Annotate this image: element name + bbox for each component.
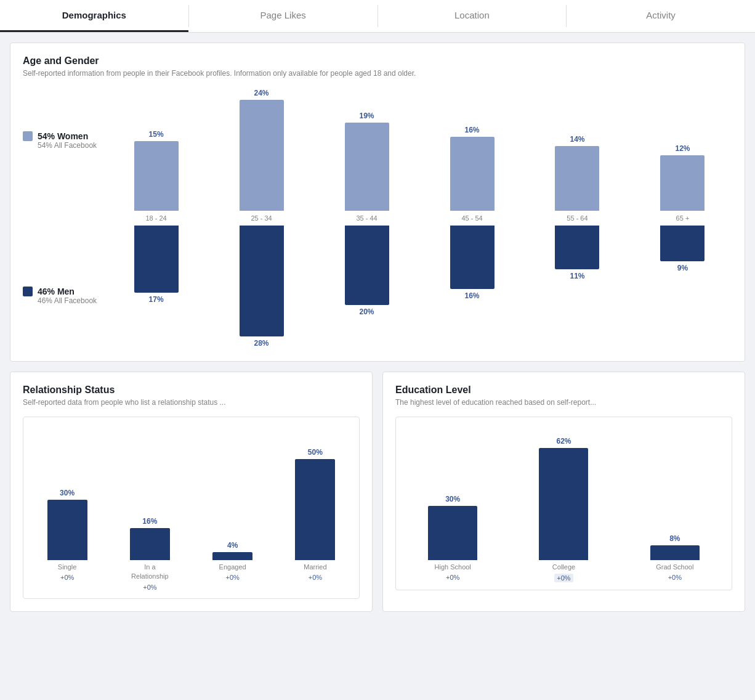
women-bar-outer-0 xyxy=(134,141,179,211)
bar-outer-1 xyxy=(539,448,588,560)
legend-women-label: 54% Women xyxy=(23,131,97,141)
bar-group-3: 50% xyxy=(279,448,352,560)
women-pct-label-2: 19% xyxy=(360,112,374,120)
label-group-1: In a Relationship+0% xyxy=(113,563,186,591)
pct-label-2: 4% xyxy=(227,541,238,550)
age-label-5: 65 + xyxy=(676,211,690,226)
men-main-bar-4 xyxy=(555,226,599,269)
men-bar-outer-4 xyxy=(555,226,599,269)
women-bar-outer-5 xyxy=(660,155,705,211)
bar-label-1: In a Relationship xyxy=(131,563,169,582)
men-bar-section-4: 11% xyxy=(555,226,599,349)
pct-label-1: 62% xyxy=(556,437,571,446)
bar-label-2: Grad School xyxy=(656,563,693,572)
bar-label-0: High School xyxy=(435,563,471,572)
main-bar-0 xyxy=(428,506,477,560)
bar-outer-0 xyxy=(428,506,477,560)
men-swatch xyxy=(23,287,33,296)
women-bar-outer-3 xyxy=(450,137,495,211)
legend-women-sub: 54% All Facebook xyxy=(38,141,97,150)
legend-column: 54% Women 54% All Facebook 46% Men 46% A… xyxy=(23,88,97,349)
age-label-2: 35 - 44 xyxy=(356,211,377,226)
women-bar-section-2: 19% xyxy=(345,88,389,211)
tabs-bar: Demographics Page Likes Location Activit… xyxy=(0,0,755,33)
education-subtitle: The highest level of education reached b… xyxy=(395,398,732,407)
bar-change-2: +0% xyxy=(668,574,682,581)
women-bar-outer-4 xyxy=(555,146,599,211)
page-container: Demographics Page Likes Location Activit… xyxy=(0,0,755,700)
tab-location[interactable]: Location xyxy=(378,0,567,32)
women-bar-section-4: 14% xyxy=(555,88,599,211)
bar-group-35-- 44: 19%35 - 4420% xyxy=(317,88,416,349)
women-bar-section-3: 16% xyxy=(450,88,495,211)
women-bar-section-1: 24% xyxy=(240,88,284,211)
women-main-bar-4 xyxy=(555,146,599,211)
bar-group-0: 30% xyxy=(31,489,103,560)
women-bar-section-5: 12% xyxy=(660,88,705,211)
relationship-subtitle: Self-reported data from people who list … xyxy=(23,398,360,407)
bar-group-1: 16% xyxy=(113,517,186,560)
age-label-3: 45 - 54 xyxy=(461,211,482,226)
pct-label-0: 30% xyxy=(60,489,75,497)
age-label-4: 55 - 64 xyxy=(567,211,587,226)
women-pct-label-5: 12% xyxy=(675,144,690,153)
main-bar-0 xyxy=(47,500,87,560)
women-bar-outer-1 xyxy=(240,100,284,211)
women-main-bar-2 xyxy=(345,123,389,211)
men-main-bar-3 xyxy=(450,226,495,289)
bottom-row: Relationship Status Self-reported data f… xyxy=(10,372,745,612)
main-bar-1 xyxy=(539,448,588,560)
main-bar-2 xyxy=(212,552,252,560)
women-bar-outer-2 xyxy=(345,123,389,211)
bar-group-25-- 34: 24%25 - 3428% xyxy=(212,88,311,349)
legend-men-sub: 46% All Facebook xyxy=(38,296,97,305)
main-bar-3 xyxy=(295,459,335,560)
women-pct-label-0: 15% xyxy=(149,130,164,139)
bar-group-45-- 54: 16%45 - 5416% xyxy=(422,88,522,349)
men-pct-label-3: 16% xyxy=(464,291,479,300)
men-main-bar-0 xyxy=(134,226,179,293)
label-group-2: Grad School+0% xyxy=(626,563,724,582)
men-bar-section-2: 20% xyxy=(345,226,389,349)
bar-outer-0 xyxy=(47,500,87,560)
men-main-bar-5 xyxy=(660,226,705,261)
women-swatch xyxy=(23,131,33,141)
bar-outer-2 xyxy=(212,552,252,560)
men-bar-outer-3 xyxy=(450,226,495,289)
pct-label-1: 16% xyxy=(142,517,157,526)
legend-men: 46% Men 46% All Facebook xyxy=(23,287,97,305)
pct-label-0: 30% xyxy=(445,495,460,503)
relationship-title: Relationship Status xyxy=(23,385,360,396)
women-pct-label-1: 24% xyxy=(254,89,269,97)
label-group-2: Engaged+0% xyxy=(196,563,269,591)
bar-change-2: +0% xyxy=(225,574,239,581)
bar-group-18-- 24: 15%18 - 2417% xyxy=(107,88,206,349)
education-card: Education Level The highest level of edu… xyxy=(382,372,745,612)
relationship-card: Relationship Status Self-reported data f… xyxy=(10,372,373,612)
tab-activity[interactable]: Activity xyxy=(567,0,755,32)
bar-label-3: Married xyxy=(304,563,326,572)
age-gender-title: Age and Gender xyxy=(23,55,732,67)
men-bar-outer-2 xyxy=(345,226,389,305)
bar-outer-2 xyxy=(650,545,700,560)
men-pct-label-2: 20% xyxy=(360,307,374,316)
men-bar-outer-5 xyxy=(660,226,705,261)
bar-change-1: +0% xyxy=(143,584,156,591)
men-bar-outer-0 xyxy=(134,226,179,293)
bar-change-0: +0% xyxy=(446,574,459,581)
bar-label-1: College xyxy=(552,563,575,572)
tab-demographics[interactable]: Demographics xyxy=(0,0,188,32)
women-main-bar-3 xyxy=(450,137,495,211)
pct-label-2: 8% xyxy=(669,534,680,543)
women-bar-section-0: 15% xyxy=(134,88,179,211)
age-gender-section: 54% Women 54% All Facebook 46% Men 46% A… xyxy=(23,88,732,349)
men-bar-section-1: 28% xyxy=(240,226,284,349)
men-pct-label-5: 9% xyxy=(677,264,688,272)
label-group-1: College+0% xyxy=(514,563,613,582)
bar-label-2: Engaged xyxy=(219,563,246,572)
age-gender-chart: 15%18 - 2417%24%25 - 3428%19%35 - 4420%1… xyxy=(107,88,732,349)
bar-outer-3 xyxy=(295,459,335,560)
tab-page-likes[interactable]: Page Likes xyxy=(189,0,378,32)
bar-group-55-- 64: 14%55 - 6411% xyxy=(528,88,627,349)
main-bar-1 xyxy=(130,528,170,560)
